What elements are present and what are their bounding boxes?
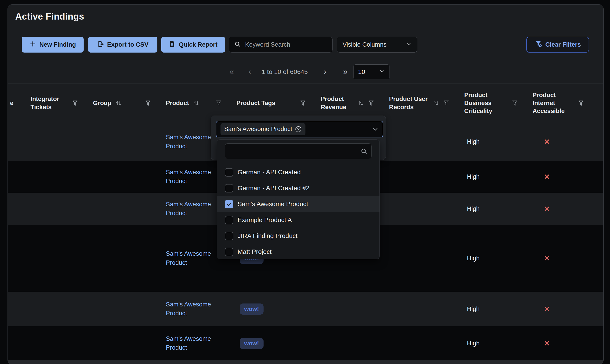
cell-product-user-records [387,193,462,225]
column-header-product-business-criticality: Product Business Criticality [462,83,530,123]
pagination-next-button[interactable]: › [324,66,326,78]
sort-icon[interactable] [193,100,199,106]
search-input[interactable] [245,41,327,49]
plus-icon [29,40,36,49]
cell-product-business-criticality: High [462,193,530,225]
tag-option[interactable]: Example Product A [217,212,379,228]
cell-product-business-criticality: High [462,123,530,161]
option-search-input[interactable] [229,143,358,159]
search-icon [360,148,368,155]
table-row: Sam's Awesome Productwow!High✕ [8,326,603,361]
cell-integrator-tickets [28,292,91,326]
sort-icon[interactable] [358,100,364,106]
cell-product-user-records [387,225,462,292]
page-size-select[interactable]: 10 [353,64,390,79]
horizontal-scrollbar[interactable] [8,360,603,364]
product-tags-multiselect[interactable]: Sam's Awesome Product [216,121,383,137]
product-link[interactable]: Sam's Awesome Product [166,249,212,267]
checkbox-unchecked[interactable] [225,168,233,177]
pagination-prev-button[interactable]: ‹ [249,66,251,78]
product-link[interactable]: Sam's Awesome Product [166,168,212,186]
export-csv-label: Export to CSV [107,41,149,48]
checkbox-unchecked[interactable] [225,232,233,240]
checkbox-checked[interactable] [225,200,233,208]
column-header-integrator-tickets: Integrator Tickets [28,83,91,123]
cell-product-internet-accessible: ✕ [530,292,596,326]
internet-accessible-x-icon: ✕ [533,254,550,262]
cell-group [91,123,164,161]
column-label: Group [93,99,111,107]
filter-funnel-icon[interactable] [145,100,151,106]
product-link[interactable]: Sam's Awesome Product [166,133,212,151]
cell-product-user-records [387,161,462,193]
new-finding-button[interactable]: New Finding [22,37,83,52]
filter-funnel-icon[interactable] [300,100,306,106]
clear-filter-icon [535,40,542,49]
filter-funnel-icon[interactable] [443,100,449,106]
column-label: Product Business Criticality [464,91,508,115]
tag-option[interactable]: German - API Created #2 [217,180,379,196]
cell-product-business-criticality: High [462,225,530,292]
pagination-range: 1 to 10 of 60645 [255,66,315,78]
filter-funnel-icon[interactable] [72,100,78,106]
tag-option[interactable]: Matt Project [217,244,379,259]
cell-integrator-tickets [28,193,91,225]
clear-filters-label: Clear Filters [545,41,581,48]
cell-truncated [8,225,28,292]
cell-product-internet-accessible: ✕ [530,161,596,193]
sort-icon[interactable] [433,100,439,106]
filter-funnel-icon[interactable] [368,100,374,106]
cell-product-internet-accessible: ✕ [530,193,596,225]
selected-tag-chip-label: Sam's Awesome Product [224,126,292,133]
business-criticality-value: High [464,340,480,347]
cell-product-business-criticality: High [462,292,530,326]
quick-report-button[interactable]: Quick Report [161,37,225,52]
chevron-down-icon [379,68,385,76]
column-label: Product Tags [236,99,275,107]
product-link[interactable]: Sam's Awesome Product [166,334,212,352]
column-header-truncated: e [8,83,28,123]
cell-product: Sam's Awesome Product [164,326,234,360]
business-criticality-value: High [464,306,480,312]
business-criticality-value: High [464,206,480,212]
checkbox-unchecked[interactable] [225,248,233,256]
cell-product-internet-accessible: ✕ [530,225,596,292]
cell-group [91,326,164,360]
export-csv-button[interactable]: Export to CSV [88,37,157,52]
tag-option[interactable]: German - API Created [217,164,379,180]
cell-product-user-records [387,123,462,161]
cell-integrator-tickets [28,326,91,360]
active-findings-card: Active Findings New Finding Export to CS… [8,4,604,364]
product-link[interactable]: Sam's Awesome Product [166,200,212,218]
cell-group [91,161,164,193]
column-label: Product [166,99,189,107]
checkbox-unchecked[interactable] [225,184,233,193]
pagination-first-button[interactable]: « [229,66,234,78]
pagination-last-button[interactable]: » [343,66,347,78]
cell-truncated [8,123,28,161]
internet-accessible-x-icon: ✕ [533,205,550,213]
tag-option-label: JIRA Finding Product [237,232,297,240]
chip-remove-icon[interactable] [295,126,302,133]
tag-option[interactable]: JIRA Finding Product [217,228,379,244]
sort-icon[interactable] [115,100,122,106]
filter-funnel-icon[interactable] [578,100,584,106]
export-icon [97,40,104,49]
page-title: Active Findings [15,11,84,22]
column-label: Integrator Tickets [30,95,68,111]
tag-option[interactable]: Sam's Awesome Product [217,196,379,212]
cell-product-revenue [319,326,387,360]
filter-funnel-icon[interactable] [215,100,222,106]
filter-funnel-icon[interactable] [512,100,518,106]
option-search [225,143,372,159]
cell-integrator-tickets [28,123,91,161]
new-finding-label: New Finding [39,41,76,48]
column-label: Product Internet Accessible [533,91,574,115]
cell-truncated [8,161,28,193]
cell-product-revenue [319,292,387,326]
product-link[interactable]: Sam's Awesome Product [166,300,212,318]
visible-columns-dropdown[interactable]: Visible Columns [337,37,417,52]
checkbox-unchecked[interactable] [225,216,233,224]
column-header-group: Group [91,83,164,123]
clear-filters-button[interactable]: Clear Filters [527,37,589,52]
